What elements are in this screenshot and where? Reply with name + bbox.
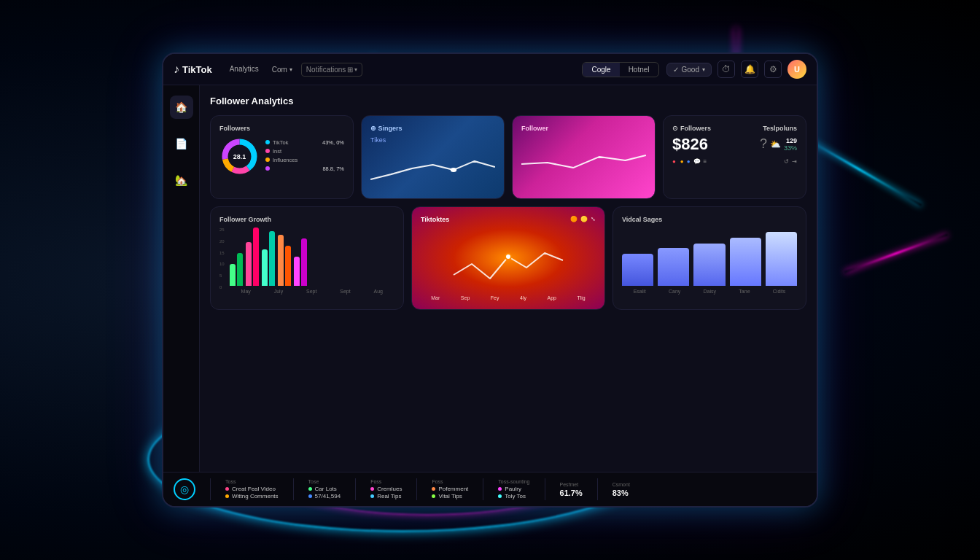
legend-val-other: 88.8, 7% [322, 166, 344, 172]
bar-1a [230, 264, 236, 286]
y-label-1: 5 [219, 273, 225, 278]
content-area: Follower Analytics Followers [200, 85, 817, 472]
settings-icon-btn[interactable]: ⚙ [764, 61, 782, 78]
bar-group-2 [246, 228, 259, 286]
tiktok-icon: ♪ [174, 63, 179, 76]
sidebar-item-analytics[interactable]: 🏡 [170, 168, 193, 192]
video-bar-chart [622, 228, 797, 286]
strip-item-5b: Toly Tos [498, 493, 529, 499]
dot-yellow: 🟡 [580, 216, 588, 222]
avatar[interactable]: U [788, 60, 806, 79]
legend-item-inst: Inst [265, 148, 344, 155]
icon-yellow: ● [680, 158, 684, 165]
strip-section-2: Tose Car Lots 57/41,594 [308, 479, 341, 499]
strip-dot-3b [370, 494, 374, 498]
followers-label: Followers [680, 125, 711, 132]
singers-line-chart [370, 147, 495, 187]
x-label-mar: Mar [431, 295, 440, 300]
bar-1b [237, 253, 243, 286]
y-label-4: 20 [219, 239, 225, 244]
x-label-sept2: Sept [340, 289, 350, 294]
strip-items-4: Pofemment Vital Tips [432, 486, 468, 499]
timer-icon-btn[interactable]: ⏱ [718, 61, 735, 78]
dot-orange: 🟠 [570, 216, 578, 222]
grid-icon: ⊞ [347, 66, 353, 74]
y-label-2: 10 [219, 262, 225, 266]
monitor-screen: ♪ TikTok Analytics Com Notifications ⊞ ▾… [162, 52, 818, 508]
action-icon-1[interactable]: ↺ [784, 158, 789, 165]
good-pill[interactable]: ✓ Good ▾ [666, 63, 712, 77]
bar-3a [262, 249, 268, 286]
x-label-sept1: Sept [306, 289, 316, 294]
strip-item-1b: Wittng Comments [225, 493, 279, 499]
strip-items-2: Car Lots 57/41,594 [308, 486, 341, 499]
donut-chart: 28.1 [219, 136, 260, 176]
strip-label-pesfmet: Pesfmet [560, 482, 583, 487]
x-label-may: May [241, 289, 251, 294]
followers-value: $826 [672, 136, 711, 152]
x-label-tlig: Tlig [577, 295, 585, 300]
bell-icon-btn[interactable]: 🔔 [741, 61, 758, 78]
growth-card-title: Follower Growth [219, 216, 394, 223]
strip-section-3: Foss Cremlues Real Tips [370, 479, 402, 499]
strip-label-1: Toss [225, 479, 279, 484]
nav-notifications-label: Notifications [306, 66, 346, 74]
x-label-app: App [547, 295, 556, 300]
good-label: Good [682, 66, 699, 74]
good-icon: ✓ [673, 66, 679, 74]
toggle-hotnel[interactable]: Hotnel [620, 63, 658, 77]
teslpoluns-title: Teslpoluns [760, 125, 797, 132]
strip-dot-4a [432, 487, 435, 491]
vx-label-4: Tane [739, 289, 750, 294]
strip-item-3b: Real Tips [370, 493, 402, 499]
strip-dot-5a [498, 487, 502, 491]
legend-item-other: 88.8, 7% [265, 166, 344, 172]
strip-dot-2b [308, 494, 312, 498]
stat-pct: 33% [784, 144, 797, 152]
followers-donut-card: Followers 28.1 [210, 115, 354, 199]
action-icon-2[interactable]: ⇥ [792, 158, 797, 165]
stat-number: 129 [784, 137, 797, 144]
toggle-cogle[interactable]: Cogle [583, 63, 619, 77]
sidebar: 🏠 📄 🏡 [163, 85, 200, 472]
legend-val-tiktok: 43%, 0% [322, 139, 344, 146]
x-label-july: July [274, 289, 283, 294]
vbar-1 [622, 254, 653, 286]
sidebar-item-home[interactable]: 🏠 [170, 96, 193, 119]
bar-group-5 [294, 238, 307, 286]
neon-diagonal-2 [844, 233, 948, 273]
growth-chart-wrap: 25 20 15 10 5 0 [219, 228, 394, 294]
strip-text-2a: Car Lots [315, 486, 337, 492]
weather-icon: ⛅ [770, 139, 781, 149]
strip-divider-4 [416, 478, 417, 500]
tiktok-hot-card: Tiktoktes 🟠 🟡 ⤡ Mar [411, 206, 605, 310]
strip-dot-1b [225, 494, 229, 498]
strip-dot-3a [370, 487, 374, 491]
app-name: TikTok [182, 64, 212, 75]
strip-divider-1 [210, 478, 211, 500]
strip-text-1a: Creat Feal Video [232, 486, 276, 492]
legend-dot-other [265, 166, 270, 171]
nav-notifications-toggle[interactable]: Notifications ⊞ ▾ [301, 63, 362, 77]
app-logo: ♪ TikTok [174, 63, 212, 76]
nav-items: Analytics Com Notifications ⊞ ▾ [225, 63, 363, 77]
follower-chart-title: Follower [521, 125, 646, 132]
nav-analytics[interactable]: Analytics [225, 63, 263, 77]
strip-section-csmont: Csmont 83% [612, 482, 630, 497]
svg-point-6 [505, 254, 511, 260]
strip-label-csmont: Csmont [612, 482, 630, 487]
x-label-fey: Fey [491, 295, 499, 300]
svg-point-5 [451, 168, 457, 172]
strip-divider-6 [545, 478, 545, 500]
strip-items-5: Paulry Toly Tos [498, 486, 529, 499]
nav-com[interactable]: Com [268, 63, 297, 77]
strip-items-1: Creat Feal Video Wittng Comments [225, 486, 279, 499]
sidebar-item-content[interactable]: 📄 [170, 132, 193, 155]
icon-bar: ≡ [704, 158, 707, 165]
strip-item-3a: Cremlues [370, 486, 402, 492]
y-axis: 25 20 15 10 5 0 [219, 228, 228, 289]
video-x-labels: Esalit Cany Daisy Tane Cidits [622, 289, 797, 294]
expand-icon[interactable]: ⤡ [591, 216, 596, 222]
strip-section-1: Toss Creat Feal Video Wittng Comments [225, 479, 279, 499]
growth-x-labels: May July Sept Sept Aug [230, 289, 394, 294]
